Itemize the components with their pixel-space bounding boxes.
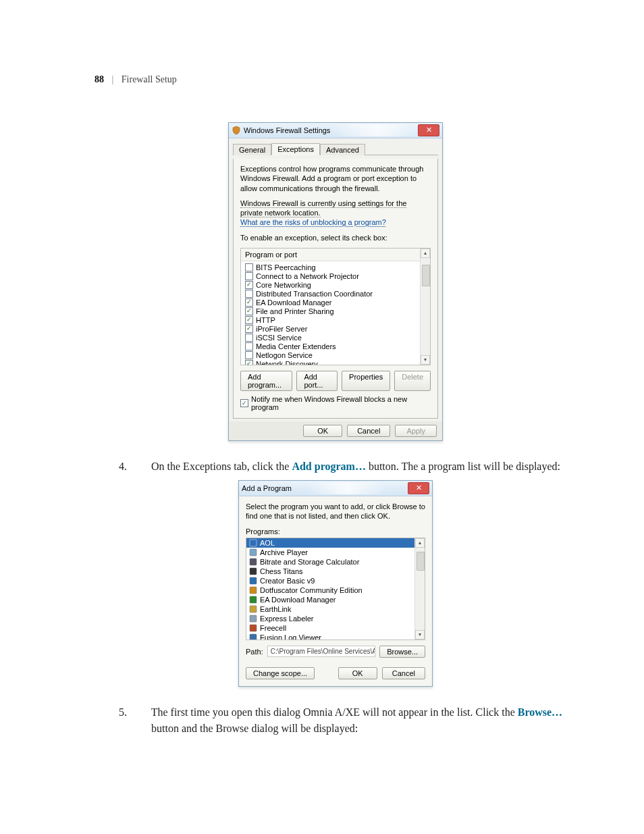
notify-checkbox[interactable]: ✓ bbox=[240, 399, 248, 407]
scroll-up-icon[interactable]: ▴ bbox=[415, 538, 425, 548]
list-item-label: Bitrate and Storage Calculator bbox=[260, 558, 359, 566]
checkbox[interactable] bbox=[245, 272, 253, 280]
shield-icon bbox=[232, 126, 241, 135]
list-item[interactable]: ✓Network Discovery bbox=[245, 359, 430, 365]
add-port-button[interactable]: Add port... bbox=[296, 371, 338, 391]
list-item[interactable]: Media Center Extenders bbox=[245, 342, 430, 350]
browse-button[interactable]: Browse... bbox=[379, 646, 425, 658]
scroll-up-icon[interactable]: ▴ bbox=[421, 249, 430, 258]
list-item[interactable]: ✓File and Printer Sharing bbox=[245, 307, 430, 315]
checkbox[interactable] bbox=[245, 334, 253, 342]
scrollbar[interactable]: ▴ ▾ bbox=[414, 538, 425, 640]
step-4-post: button. The a program list will be displ… bbox=[366, 461, 560, 472]
list-item[interactable]: AOL bbox=[246, 538, 425, 548]
ok-button[interactable]: OK bbox=[303, 425, 342, 437]
checkbox[interactable]: ✓ bbox=[245, 298, 253, 307]
list-item[interactable]: ✓EA Download Manager bbox=[245, 298, 430, 307]
glass-highlight bbox=[306, 482, 387, 494]
section-title: Firewall Setup bbox=[122, 74, 177, 84]
properties-button[interactable]: Properties bbox=[342, 371, 390, 391]
program-icon bbox=[249, 558, 257, 566]
tabstrip: General Exceptions Advanced bbox=[233, 141, 438, 155]
scroll-thumb[interactable] bbox=[417, 552, 425, 571]
list-item[interactable]: ✓Core Networking bbox=[245, 280, 430, 289]
enable-line: To enable an exception, select its check… bbox=[240, 233, 431, 242]
list-item[interactable]: Bitrate and Storage Calculator bbox=[246, 557, 425, 567]
notify-row[interactable]: ✓ Notify me when Windows Firewall blocks… bbox=[240, 395, 431, 411]
checkbox[interactable] bbox=[245, 351, 253, 359]
list-item-label: Media Center Extenders bbox=[256, 342, 336, 350]
cancel-button[interactable]: Cancel bbox=[347, 425, 390, 437]
change-scope-button[interactable]: Change scope... bbox=[246, 667, 315, 679]
list-item-label: Fusion Log Viewer bbox=[260, 633, 321, 640]
action-buttons: Add program... Add port... Properties De… bbox=[240, 371, 431, 391]
page-header: 88 | Firewall Setup bbox=[95, 74, 576, 85]
list-item-label: Core Networking bbox=[256, 281, 311, 289]
add-program-button[interactable]: Add program... bbox=[240, 371, 292, 391]
path-row: Path: C:\Program Files\Online Services\A… bbox=[246, 646, 425, 658]
list-item[interactable]: BITS Peercaching bbox=[245, 263, 430, 271]
titlebar[interactable]: Add a Program ✕ bbox=[239, 481, 432, 496]
program-icon bbox=[249, 605, 257, 613]
svg-rect-8 bbox=[250, 615, 257, 622]
checkbox[interactable]: ✓ bbox=[245, 281, 253, 289]
path-field[interactable]: C:\Program Files\Online Services\Aolcs\I… bbox=[267, 646, 375, 657]
tab-general[interactable]: General bbox=[233, 144, 271, 155]
list-item[interactable]: EarthLink bbox=[246, 604, 425, 614]
checkbox[interactable]: ✓ bbox=[245, 307, 253, 315]
scroll-down-icon[interactable]: ▾ bbox=[415, 630, 425, 640]
list-item-label: EA Download Manager bbox=[260, 596, 336, 604]
risk-link[interactable]: What are the risks of unblocking a progr… bbox=[240, 218, 386, 226]
ok-button[interactable]: OK bbox=[338, 667, 377, 679]
list-item[interactable]: Fusion Log Viewer bbox=[246, 633, 425, 640]
checkbox[interactable] bbox=[245, 263, 253, 271]
step-5-number: 5. bbox=[135, 704, 149, 721]
list-item[interactable]: Dotfuscator Community Edition bbox=[246, 585, 425, 595]
list-item[interactable]: Creator Basic v9 bbox=[246, 576, 425, 585]
list-item-label: Creator Basic v9 bbox=[260, 577, 315, 585]
checkbox[interactable]: ✓ bbox=[245, 325, 253, 333]
list-item[interactable]: iSCSI Service bbox=[245, 333, 430, 342]
close-button[interactable]: ✕ bbox=[418, 124, 439, 136]
list-item[interactable]: Netlogon Service bbox=[245, 350, 430, 359]
checkbox[interactable] bbox=[245, 290, 253, 298]
list-item[interactable]: Archive Player bbox=[246, 548, 425, 557]
list-item[interactable]: Express Labeler bbox=[246, 614, 425, 623]
list-item-label: Netlogon Service bbox=[256, 351, 313, 359]
exceptions-listbox[interactable]: Program or port BITS PeercachingConnect … bbox=[240, 248, 431, 365]
svg-rect-5 bbox=[250, 587, 257, 594]
list-item[interactable]: Freecell bbox=[246, 623, 425, 633]
status-line: Windows Firewall is currently using sett… bbox=[240, 199, 406, 217]
scroll-thumb[interactable] bbox=[422, 265, 430, 286]
close-button[interactable]: ✕ bbox=[408, 482, 429, 494]
list-item[interactable]: Distributed Transaction Coordinator bbox=[245, 289, 430, 298]
program-icon bbox=[249, 633, 257, 640]
checkbox[interactable]: ✓ bbox=[245, 360, 253, 366]
titlebar[interactable]: Windows Firewall Settings ✕ bbox=[229, 123, 442, 138]
header-divider: | bbox=[112, 74, 114, 84]
list-item-label: AOL bbox=[260, 539, 275, 547]
delete-button[interactable]: Delete bbox=[394, 371, 431, 391]
checkbox[interactable] bbox=[245, 342, 253, 350]
step-4: 4. On the Exceptions tab, click the Add … bbox=[135, 459, 576, 475]
programs-label: Programs: bbox=[246, 527, 425, 536]
cancel-button[interactable]: Cancel bbox=[382, 667, 425, 679]
list-item[interactable]: Connect to a Network Projector bbox=[245, 271, 430, 280]
list-item[interactable]: Chess Titans bbox=[246, 567, 425, 576]
apply-button[interactable]: Apply bbox=[395, 425, 437, 437]
list-item-label: Chess Titans bbox=[260, 567, 303, 575]
tab-exceptions[interactable]: Exceptions bbox=[271, 143, 320, 155]
programs-listbox[interactable]: AOLArchive PlayerBitrate and Storage Cal… bbox=[246, 538, 425, 640]
add-program-dialog: Add a Program ✕ Select the program you w… bbox=[238, 480, 433, 687]
list-item[interactable]: ✓HTTP bbox=[245, 315, 430, 324]
step-4-pre: On the Exceptions tab, click the bbox=[151, 461, 292, 472]
checkbox[interactable]: ✓ bbox=[245, 316, 253, 324]
scroll-down-icon[interactable]: ▾ bbox=[421, 355, 430, 365]
scrollbar[interactable]: ▴ ▾ bbox=[420, 249, 430, 365]
list-item[interactable]: ✓iProFiler Server bbox=[245, 324, 430, 333]
list-item-label: Dotfuscator Community Edition bbox=[260, 586, 363, 594]
tab-advanced[interactable]: Advanced bbox=[320, 144, 365, 155]
list-item-label: BITS Peercaching bbox=[256, 263, 316, 271]
list-item[interactable]: EA Download Manager bbox=[246, 595, 425, 604]
program-icon bbox=[249, 539, 257, 547]
